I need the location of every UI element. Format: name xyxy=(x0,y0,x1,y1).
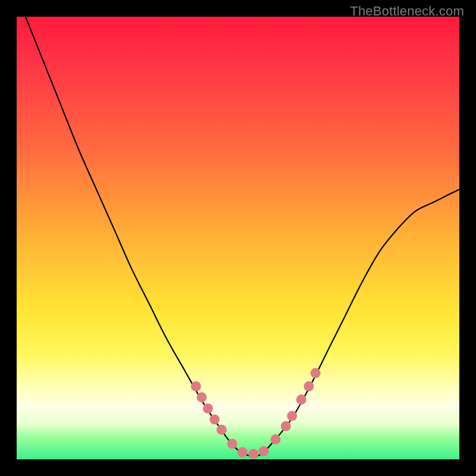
curve-marker xyxy=(197,392,207,402)
curve-marker xyxy=(259,446,269,456)
curve-marker xyxy=(281,421,291,431)
chart-frame: TheBottleneck.com xyxy=(0,0,476,476)
curve-marker xyxy=(304,381,314,392)
bottleneck-curve xyxy=(26,17,459,456)
curve-marker xyxy=(209,415,220,425)
curve-marker xyxy=(217,425,227,435)
curve-marker xyxy=(191,381,201,392)
curve-marker xyxy=(203,403,213,414)
curve-marker xyxy=(287,411,297,421)
curve-marker xyxy=(296,394,306,405)
curve-layer xyxy=(17,17,459,459)
curve-marker xyxy=(311,368,321,378)
plot-container xyxy=(17,17,459,459)
curve-marker xyxy=(249,449,259,459)
curve-marker xyxy=(227,439,237,449)
curve-marker xyxy=(271,434,281,444)
curve-marker xyxy=(237,447,248,458)
